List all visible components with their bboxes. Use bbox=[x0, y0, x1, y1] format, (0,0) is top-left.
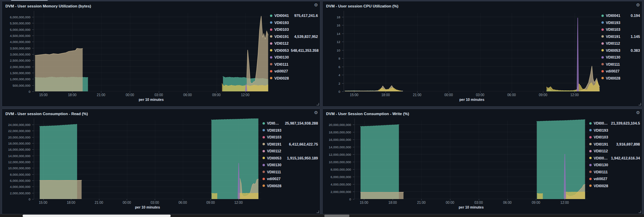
legend-label: VDI0041 bbox=[274, 14, 289, 18]
legend-item[interactable]: VDI01911.145 bbox=[601, 35, 640, 39]
legend-item[interactable]: VDI0193 bbox=[270, 21, 318, 25]
x-axis-label: 21:00 bbox=[97, 93, 105, 97]
panel-settings-button[interactable]: ⚙ bbox=[314, 3, 318, 7]
legend-dot-icon bbox=[589, 136, 592, 138]
legend-item[interactable]: VDI0041975,417,241.6 bbox=[270, 14, 318, 18]
legend-item[interactable]: VDI0130 bbox=[589, 163, 640, 167]
legend-label: VDI0103 bbox=[606, 27, 620, 31]
legend-label: VDI0053 bbox=[606, 48, 620, 52]
resize-handle-icon[interactable] bbox=[317, 103, 319, 105]
legend-dot-icon bbox=[270, 77, 272, 79]
chart-write: 20,000,000,00018,000,000,00016,000,000,0… bbox=[325, 118, 588, 211]
legend-dot-icon bbox=[263, 122, 265, 125]
legend-dot-icon bbox=[263, 143, 265, 145]
horizontal-scrollbar-thumb[interactable] bbox=[324, 215, 349, 217]
horizontal-scrollbar-thumb[interactable] bbox=[23, 215, 171, 217]
legend-dot-icon bbox=[589, 129, 592, 131]
y-axis-label: 22,000,000,000 bbox=[8, 129, 30, 133]
legend-dot-icon bbox=[589, 122, 592, 125]
panel-settings-button[interactable]: ⚙ bbox=[636, 3, 640, 7]
x-axis-tick bbox=[99, 199, 99, 200]
legend-label: VDI0112 bbox=[594, 149, 608, 153]
x-axis-label: 09:00 bbox=[539, 93, 547, 97]
legend-item[interactable]: VDI01916,412,662,422.75 bbox=[263, 142, 318, 146]
y-axis-label: 18,000,000,000 bbox=[8, 142, 30, 145]
legend-item[interactable]: vdi0027 bbox=[589, 177, 640, 181]
x-axis-tick bbox=[127, 199, 127, 200]
legend-label: VDI0191 bbox=[594, 142, 608, 146]
legend-item[interactable]: VDI0028 bbox=[263, 184, 318, 188]
legend-label: VDI0130 bbox=[267, 163, 281, 167]
x-axis-label: 21:00 bbox=[413, 93, 421, 97]
panel-header: DVM - User Session Consumption - Write (… bbox=[323, 109, 642, 117]
legend-dot-icon bbox=[270, 56, 272, 59]
legend-dot-icon bbox=[601, 28, 604, 31]
legend-value: 1,942,412,616.34 bbox=[611, 156, 640, 160]
y-axis-label: 10,000,000,000 bbox=[8, 166, 30, 170]
legend-dot-icon bbox=[589, 164, 592, 166]
legend-item[interactable]: VDI0130 bbox=[263, 163, 318, 167]
resize-handle-icon[interactable] bbox=[639, 103, 641, 105]
x-axis-tick bbox=[565, 199, 565, 200]
legend-item[interactable]: VDI0112 bbox=[601, 41, 640, 45]
x-axis-tick bbox=[574, 91, 575, 93]
x-axis-tick bbox=[101, 91, 101, 93]
legend-item[interactable]: VDI01914,539,837,952 bbox=[270, 35, 318, 39]
legend-label: VDI0111 bbox=[274, 62, 289, 66]
legend-item[interactable]: vdi0027 bbox=[270, 69, 318, 73]
x-axis-tick bbox=[450, 199, 450, 200]
legend-label: VDI0191 bbox=[267, 142, 281, 146]
legend-item[interactable]: VDI0111 bbox=[589, 170, 640, 174]
legend-dot-icon bbox=[263, 129, 265, 131]
legend-item[interactable]: vdi0027 bbox=[263, 177, 318, 181]
legend-item[interactable]: VDI00531,915,165,950.189 bbox=[263, 156, 318, 160]
legend-item[interactable]: VDI0…25,987,154,938.288 bbox=[263, 121, 318, 125]
legend-item[interactable]: VDI00…21,339,623,104.5 bbox=[589, 121, 640, 125]
y-axis-label: 1,000,000,000 bbox=[10, 77, 30, 81]
panel-header: DVM - User session CPU Utilization (%) ⚙ bbox=[323, 1, 642, 9]
legend-label: VDI0111 bbox=[594, 170, 608, 174]
legend-item[interactable]: VDI0103 bbox=[589, 135, 640, 139]
legend-item[interactable]: VDI01913,916,697,898 bbox=[589, 142, 640, 146]
legend-item[interactable]: VDI0111 bbox=[263, 170, 318, 174]
legend-item[interactable]: VDI0112 bbox=[263, 149, 318, 153]
legend-item[interactable]: VDI0111 bbox=[601, 62, 640, 66]
legend-item[interactable]: VDI0130 bbox=[601, 55, 640, 59]
legend-dot-icon bbox=[601, 35, 604, 38]
y-axis-label: 3,000,000,000 bbox=[10, 52, 30, 56]
legend-item[interactable]: VDI0112 bbox=[589, 149, 640, 153]
legend-item[interactable]: VDI0053548,411,353.358 bbox=[270, 48, 318, 52]
x-axis-label: 12:00 bbox=[241, 93, 249, 97]
legend-item[interactable]: VDI0103 bbox=[270, 27, 318, 31]
legend-item[interactable]: VDI0193 bbox=[263, 128, 318, 132]
legend-item[interactable]: VDI0103 bbox=[601, 27, 640, 31]
y-axis-label: 24,000,000,000 bbox=[8, 123, 30, 127]
resize-handle-icon[interactable] bbox=[639, 211, 641, 213]
x-axis: 15:0018:0021:0000:0003:0006:0009:0012:00 bbox=[34, 199, 261, 205]
panel-settings-button[interactable]: ⚙ bbox=[636, 110, 640, 115]
y-axis: 181614121086420 bbox=[325, 11, 344, 103]
legend-item[interactable]: vdi0027 bbox=[601, 69, 640, 73]
legend-item[interactable]: VDI0103 bbox=[263, 135, 318, 139]
legend-item[interactable]: VDI0028 bbox=[589, 184, 640, 188]
legend-label: VDI0193 bbox=[606, 21, 620, 25]
legend-item[interactable]: VDI0028 bbox=[601, 76, 640, 80]
legend-item[interactable]: VDI0111 bbox=[270, 62, 318, 66]
legend-label: vdi0027 bbox=[594, 177, 607, 181]
y-axis-label: 18 bbox=[337, 15, 340, 19]
legend-item[interactable]: VDI00…1,942,412,616.34 bbox=[589, 156, 640, 160]
legend-item[interactable]: VDI0193 bbox=[589, 128, 640, 132]
legend-item[interactable]: VDI00410.194 bbox=[601, 14, 640, 18]
legend-item[interactable]: VDI0112 bbox=[270, 41, 318, 45]
resize-handle-icon[interactable] bbox=[317, 211, 319, 213]
x-axis-label: 15:00 bbox=[39, 201, 47, 204]
legend-item[interactable]: VDI0028 bbox=[270, 76, 318, 80]
panel-settings-button[interactable]: ⚙ bbox=[314, 110, 318, 115]
legend-label: VDI0191 bbox=[274, 35, 289, 39]
legend-item[interactable]: VDI00530.383 bbox=[601, 48, 640, 52]
legend-dot-icon bbox=[601, 42, 604, 45]
legend-item[interactable]: VDI0193 bbox=[601, 21, 640, 25]
legend-item[interactable]: VDI0130 bbox=[270, 55, 318, 59]
legend-value: 3,916,697,898 bbox=[616, 142, 640, 146]
y-axis-label: 8 bbox=[339, 57, 340, 60]
